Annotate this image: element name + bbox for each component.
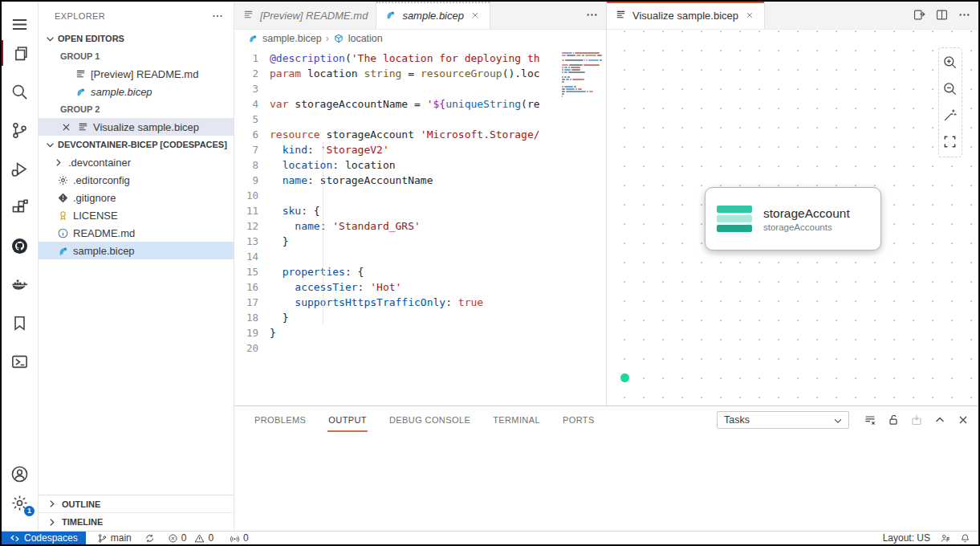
row-label: .devcontainer bbox=[68, 157, 131, 169]
activity-run-debug-button[interactable] bbox=[2, 153, 38, 185]
activity-files-button[interactable] bbox=[2, 37, 38, 69]
code-editor[interactable]: 1@description('The location for deployin… bbox=[234, 47, 606, 405]
group-2[interactable]: GROUP 2 bbox=[39, 100, 234, 118]
sidebar-section-outline[interactable]: OUTLINE bbox=[39, 495, 234, 513]
fit-screen-icon[interactable] bbox=[942, 134, 958, 150]
activity-extensions-button[interactable] bbox=[2, 191, 38, 223]
tab-sample-bicep[interactable]: sample.bicep bbox=[376, 2, 490, 29]
bookmarks-icon bbox=[10, 314, 29, 332]
code-line-3[interactable]: 3 bbox=[234, 81, 559, 96]
-devcontainer[interactable]: .devcontainer bbox=[39, 153, 234, 171]
activity-search-button[interactable] bbox=[2, 75, 38, 108]
line-number: 14 bbox=[234, 249, 270, 264]
sync-button[interactable] bbox=[140, 532, 160, 544]
code-line-6[interactable]: 6resource storageAccount 'Microsoft.Stor… bbox=[234, 127, 559, 142]
split-editor-icon[interactable] bbox=[935, 8, 950, 22]
readme-md[interactable]: README.md bbox=[39, 224, 234, 242]
clear-output-icon[interactable] bbox=[864, 414, 877, 427]
code-line-20[interactable]: 20 bbox=[234, 340, 559, 356]
code-line-8[interactable]: 8 location: location bbox=[234, 157, 559, 173]
breadcrumb-location[interactable]: location bbox=[333, 33, 383, 45]
code-line-16[interactable]: 16 accessTier: 'Hot' bbox=[234, 279, 559, 295]
code-line-11[interactable]: 11 sku: { bbox=[234, 203, 559, 218]
code-line-1[interactable]: 1@description('The location for deployin… bbox=[234, 51, 559, 66]
panel-tab-debug-console[interactable]: DEBUG CONSOLE bbox=[388, 408, 471, 432]
close-icon[interactable] bbox=[59, 120, 72, 133]
broadcast-icon bbox=[230, 533, 240, 544]
output-content[interactable] bbox=[234, 434, 978, 531]
activity-account-button[interactable] bbox=[2, 458, 38, 490]
more-actions-icon[interactable] bbox=[211, 10, 224, 22]
code-line-2[interactable]: 2param location string = resourceGroup()… bbox=[234, 66, 559, 81]
activity-source-control-button[interactable] bbox=[2, 114, 38, 146]
code-line-10[interactable]: 10 bbox=[234, 188, 559, 203]
code-line-4[interactable]: 4var storageAccountName = '${uniqueStrin… bbox=[234, 96, 559, 112]
line-number: 10 bbox=[234, 188, 270, 203]
panel-tab-problems[interactable]: PROBLEMS bbox=[254, 408, 307, 432]
sample-bicep[interactable]: sample.bicep bbox=[39, 242, 234, 259]
tab--preview-readme-md[interactable]: [Preview] README.md bbox=[234, 2, 376, 29]
sample-bicep[interactable]: sample.bicep bbox=[39, 83, 234, 100]
maximize-panel-icon[interactable] bbox=[933, 414, 947, 427]
chevron-down-icon bbox=[43, 32, 56, 45]
code-line-17[interactable]: 17 supportsHttpsTrafficOnly: true bbox=[234, 295, 559, 310]
visualize-sample-bicep[interactable]: Visualize sample.bicep bbox=[39, 118, 234, 136]
breadcrumb-sample-bicep[interactable]: sample.bicep bbox=[247, 33, 322, 45]
activity-bookmarks-button[interactable] bbox=[2, 307, 38, 339]
activity-settings-gear-button[interactable]: 1 bbox=[2, 487, 38, 519]
open-preview-icon[interactable] bbox=[913, 8, 927, 22]
activity-powershell-button[interactable] bbox=[2, 345, 38, 377]
license[interactable]: LICENSE bbox=[39, 206, 234, 224]
panel-tab-output[interactable]: OUTPUT bbox=[327, 408, 368, 432]
ports-button[interactable]: 0 bbox=[225, 532, 254, 544]
code-line-12[interactable]: 12 name: 'Standard_GRS' bbox=[234, 218, 559, 234]
code-line-19[interactable]: 19} bbox=[234, 325, 559, 340]
code-line-9[interactable]: 9 name: storageAccountName bbox=[234, 173, 559, 188]
code-line-15[interactable]: 15 properties: { bbox=[234, 264, 559, 279]
code-line-14[interactable]: 14 bbox=[234, 249, 559, 264]
activity-docker-button[interactable] bbox=[2, 268, 38, 300]
panel-header: PROBLEMSOUTPUTDEBUG CONSOLETERMINALPORTS… bbox=[234, 406, 978, 434]
storage-account-node[interactable]: storageAccount storageAccounts bbox=[705, 187, 881, 251]
panel-tab-terminal[interactable]: TERMINAL bbox=[492, 408, 541, 432]
unlock-icon[interactable] bbox=[887, 414, 901, 427]
tab-close-icon[interactable] bbox=[743, 9, 756, 22]
-editorconfig[interactable]: .editorconfig bbox=[39, 171, 234, 189]
panel-tab-ports[interactable]: PORTS bbox=[562, 408, 596, 432]
zoom-out-icon[interactable] bbox=[942, 81, 958, 97]
group-1[interactable]: GROUP 1 bbox=[39, 47, 234, 65]
close-panel-icon[interactable] bbox=[957, 414, 970, 427]
problems-button[interactable]: 0 0 bbox=[163, 532, 218, 544]
notifications-button[interactable] bbox=[955, 533, 978, 544]
code-line-18[interactable]: 18 } bbox=[234, 310, 559, 325]
visualizer-canvas[interactable]: storageAccount storageAccounts bbox=[607, 30, 978, 405]
breadcrumb[interactable]: sample.bicep›location bbox=[234, 30, 606, 47]
keyboard-layout-button[interactable]: Layout: US bbox=[878, 532, 935, 544]
feedback-button[interactable] bbox=[935, 533, 955, 544]
tab-bar-visualizer: Visualize sample.bicep bbox=[607, 2, 978, 30]
codespaces-label: Codespaces bbox=[24, 532, 78, 544]
-gitignore[interactable]: .gitignore bbox=[39, 189, 234, 206]
status-bar: Codespaces main 0 0 0 Layout: US bbox=[2, 531, 978, 544]
minimap[interactable] bbox=[562, 52, 604, 100]
output-channel-select[interactable]: Tasks bbox=[717, 411, 849, 429]
sidebar-section-timeline[interactable]: TIMELINE bbox=[39, 513, 234, 531]
section-open-editors[interactable]: OPEN EDITORS bbox=[39, 30, 234, 47]
branch-button[interactable]: main bbox=[92, 532, 136, 544]
code-line-13[interactable]: 13 } bbox=[234, 234, 559, 249]
code-line-5[interactable]: 5 bbox=[234, 112, 559, 127]
extensions-icon bbox=[10, 198, 29, 217]
tab-visualize-sample-bicep[interactable]: Visualize sample.bicep bbox=[607, 2, 765, 29]
more-icon[interactable] bbox=[585, 8, 600, 22]
activity-github-button[interactable] bbox=[2, 230, 38, 262]
wand-icon[interactable] bbox=[942, 108, 958, 124]
more-icon[interactable] bbox=[958, 8, 972, 22]
code-line-7[interactable]: 7 kind: 'StorageV2' bbox=[234, 142, 559, 157]
tab-close-icon[interactable] bbox=[469, 9, 482, 22]
line-content: } bbox=[270, 310, 559, 325]
activity-menu-button[interactable] bbox=[2, 8, 38, 40]
-preview-readme-md[interactable]: [Preview] README.md bbox=[39, 65, 234, 83]
section-devcontainer-bicep-codespaces-[interactable]: DEVCONTAINER-BICEP [CODESPACES] bbox=[39, 136, 234, 153]
codespaces-remote-button[interactable]: Codespaces bbox=[2, 532, 86, 544]
zoom-in-icon[interactable] bbox=[942, 55, 958, 71]
